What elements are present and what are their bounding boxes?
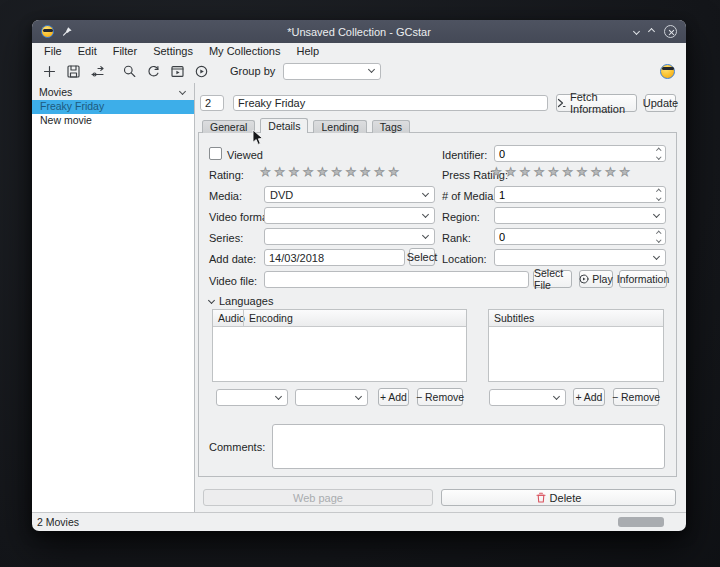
toolbar: Group by: [32, 59, 686, 83]
subtitle-add-button[interactable]: +Add: [573, 388, 605, 406]
audio-column-header[interactable]: Audio: [213, 310, 243, 326]
spin-up-icon[interactable]: [656, 231, 661, 236]
tab-tags[interactable]: Tags: [372, 120, 410, 133]
audio-language-select[interactable]: [216, 389, 288, 406]
select-file-button[interactable]: Select File: [533, 270, 572, 288]
information-button[interactable]: Information: [619, 270, 667, 288]
comments-textarea[interactable]: [272, 424, 665, 469]
rating-label: Rating:: [209, 169, 244, 181]
num-media-value[interactable]: [495, 187, 665, 202]
minus-icon: −: [612, 391, 618, 403]
export-icon[interactable]: [89, 63, 105, 79]
identifier-label: Identifier:: [442, 149, 487, 161]
remove-label: Remove: [425, 391, 464, 403]
identifier-value[interactable]: [495, 146, 665, 161]
rank-value[interactable]: [495, 229, 665, 244]
languages-expander[interactable]: Languages: [209, 295, 273, 307]
update-button[interactable]: Update: [645, 94, 676, 112]
pin-icon[interactable]: [62, 26, 73, 37]
web-page-button[interactable]: Web page: [203, 489, 433, 506]
add-date-label: Add date:: [209, 253, 256, 265]
titlebar: *Unsaved Collection - GCstar: [32, 20, 686, 43]
spin-up-icon[interactable]: [656, 189, 661, 194]
num-media-spinbox[interactable]: [494, 186, 666, 203]
spin-down-icon[interactable]: [656, 195, 661, 200]
audio-languages-table[interactable]: Audio Encoding: [212, 309, 467, 382]
chevron-down-icon: [553, 392, 560, 399]
audio-add-button[interactable]: +Add: [378, 388, 409, 406]
fetch-icon: [557, 98, 566, 108]
press-rating-stars[interactable]: ★★★★★★★★★★: [491, 166, 634, 178]
play-icon: [579, 274, 589, 284]
subtitle-language-select[interactable]: [489, 389, 566, 406]
list-item-new-movie[interactable]: New movie: [32, 114, 194, 128]
main-panel: Fetch Information Update General Details…: [195, 83, 686, 512]
tab-lending[interactable]: Lending: [313, 120, 366, 133]
tab-details[interactable]: Details: [260, 118, 308, 133]
window-title: *Unsaved Collection - GCstar: [32, 26, 686, 38]
search-icon[interactable]: [121, 63, 137, 79]
rank-label: Rank:: [442, 232, 471, 244]
encoding-column-header[interactable]: Encoding: [243, 310, 466, 326]
group-by-label: Group by: [230, 65, 275, 77]
region-label: Region:: [442, 211, 480, 223]
play-button[interactable]: Play: [579, 270, 613, 288]
viewed-label: Viewed: [227, 149, 263, 161]
sidebar: Movies Freaky Friday New movie: [32, 83, 195, 512]
menu-settings[interactable]: Settings: [145, 43, 201, 59]
play-circle-icon[interactable]: [193, 63, 209, 79]
select-date-button[interactable]: Select: [409, 248, 435, 266]
location-select[interactable]: [494, 249, 666, 266]
audio-encoding-select[interactable]: [295, 389, 368, 406]
video-format-select[interactable]: [264, 207, 435, 224]
rating-stars[interactable]: ★★★★★★★★★★: [260, 166, 403, 178]
num-media-label: # of Media:: [442, 190, 496, 202]
collection-header[interactable]: Movies: [32, 83, 194, 100]
group-by-select[interactable]: [283, 63, 381, 80]
menu-help[interactable]: Help: [288, 43, 327, 59]
tab-general[interactable]: General: [202, 120, 255, 133]
spin-down-icon[interactable]: [656, 237, 661, 242]
delete-button[interactable]: Delete: [441, 489, 676, 506]
list-item-freaky-friday[interactable]: Freaky Friday: [32, 100, 194, 114]
series-select[interactable]: [264, 228, 435, 245]
add-label: Add: [388, 391, 407, 403]
save-icon[interactable]: [65, 63, 81, 79]
rank-spinbox[interactable]: [494, 228, 666, 245]
subtitles-table-header: Subtitles: [489, 310, 663, 327]
refresh-icon[interactable]: [145, 63, 161, 79]
plus-icon: +: [576, 391, 582, 403]
subtitle-remove-button[interactable]: −Remove: [613, 388, 659, 406]
video-file-field[interactable]: [264, 271, 529, 288]
maximize-icon[interactable]: [648, 28, 655, 35]
menu-my-collections[interactable]: My Collections: [201, 43, 289, 59]
close-icon[interactable]: [664, 25, 677, 38]
gcstar-app-icon[interactable]: [41, 25, 54, 38]
fetch-information-label: Fetch Information: [570, 91, 636, 115]
menu-file[interactable]: File: [36, 43, 70, 59]
movie-list: Freaky Friday New movie: [32, 100, 194, 512]
identifier-spinbox[interactable]: [494, 145, 666, 162]
horizontal-scrollbar-thumb[interactable]: [618, 517, 664, 527]
subtitles-column-header[interactable]: Subtitles: [489, 310, 663, 326]
region-select[interactable]: [494, 207, 666, 224]
spin-up-icon[interactable]: [656, 148, 661, 153]
collection-header-label: Movies: [39, 86, 72, 98]
menu-edit[interactable]: Edit: [70, 43, 105, 59]
status-count: 2 Movies: [37, 516, 79, 528]
minimize-icon[interactable]: [633, 28, 640, 35]
id-field[interactable]: [200, 95, 224, 111]
spin-down-icon[interactable]: [656, 154, 661, 159]
add-icon[interactable]: [41, 63, 57, 79]
chevron-down-icon: [355, 392, 362, 399]
subtitles-table[interactable]: Subtitles: [488, 309, 664, 382]
viewed-checkbox[interactable]: [209, 147, 222, 160]
audio-remove-button[interactable]: −Remove: [417, 388, 463, 406]
panel-play-icon[interactable]: [169, 63, 185, 79]
menu-filter[interactable]: Filter: [105, 43, 145, 59]
add-date-field[interactable]: [264, 249, 405, 266]
title-field[interactable]: [233, 95, 548, 111]
media-select[interactable]: DVD: [264, 186, 435, 203]
fetch-information-button[interactable]: Fetch Information: [556, 94, 637, 112]
plus-icon: +: [380, 391, 386, 403]
